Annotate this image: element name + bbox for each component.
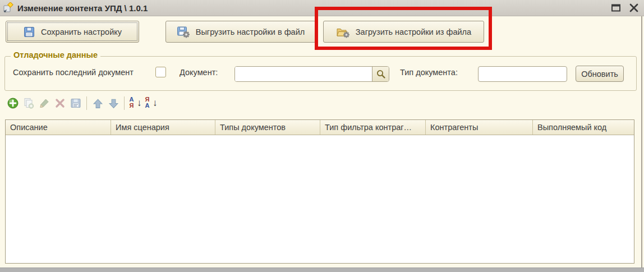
add-icon bbox=[7, 97, 19, 109]
export-settings-button[interactable]: Выгрузить настройки в файл bbox=[165, 21, 316, 43]
import-settings-label: Загрузить настройки из файла bbox=[356, 27, 471, 36]
column-header-description[interactable]: Описание bbox=[6, 120, 111, 135]
table-body-empty[interactable] bbox=[6, 135, 634, 263]
delete-button[interactable] bbox=[53, 96, 67, 110]
save-settings-label: Сохранить настройку bbox=[41, 27, 122, 36]
toolbar-separator bbox=[86, 96, 87, 110]
export-settings-label: Выгрузить настройки в файл bbox=[196, 27, 305, 36]
column-header-executable-code[interactable]: Выполняемый код bbox=[533, 120, 634, 135]
document-type-label: Тип документа: bbox=[400, 68, 458, 77]
maximize-icon bbox=[611, 3, 622, 12]
save-record-icon bbox=[70, 97, 82, 109]
document-label: Документ: bbox=[180, 68, 218, 77]
debug-data-groupbox: Отладочные данные Сохранить последний до… bbox=[4, 56, 637, 91]
close-button[interactable] bbox=[628, 3, 640, 13]
copy-icon bbox=[22, 97, 35, 109]
delete-icon bbox=[54, 97, 66, 109]
save-last-doc-label: Сохранить последний документ bbox=[13, 68, 134, 77]
sort-ascending-icon: А Я ↓ bbox=[128, 96, 142, 110]
save-last-doc-checkbox[interactable] bbox=[155, 67, 166, 77]
toolbar-separator bbox=[124, 96, 125, 110]
window-right-border bbox=[641, 16, 642, 268]
document-type-input[interactable] bbox=[478, 66, 567, 82]
maximize-button[interactable] bbox=[610, 3, 622, 13]
add-button[interactable] bbox=[6, 96, 20, 110]
refresh-button[interactable]: Обновить bbox=[576, 66, 624, 82]
sort-ascending-button[interactable]: А Я ↓ bbox=[128, 96, 142, 110]
sort-descending-icon: Я А ↓ bbox=[144, 96, 158, 110]
title-bar: Изменение контента УПД \ 1.0.1 bbox=[0, 0, 644, 16]
close-icon bbox=[629, 3, 639, 12]
edit-button[interactable] bbox=[37, 96, 52, 110]
copy-button[interactable] bbox=[21, 96, 36, 110]
document-search-button[interactable] bbox=[372, 67, 389, 81]
document-field-group bbox=[234, 66, 389, 82]
bottom-edge bbox=[0, 268, 644, 272]
column-header-counterparty-filter-type[interactable]: Тип фильтра контраг… bbox=[320, 120, 426, 135]
move-up-button[interactable] bbox=[90, 96, 105, 110]
edit-icon bbox=[38, 97, 50, 109]
folder-gear-icon bbox=[336, 26, 350, 38]
save-settings-button[interactable]: Сохранить настройку bbox=[6, 21, 139, 43]
move-down-icon bbox=[108, 98, 119, 109]
window-title: Изменение контента УПД \ 1.0.1 bbox=[17, 3, 148, 13]
save-record-button[interactable] bbox=[68, 96, 83, 110]
column-header-counterparties[interactable]: Контрагенты bbox=[426, 120, 533, 135]
sort-descending-button[interactable]: Я А ↓ bbox=[144, 96, 158, 110]
search-icon bbox=[376, 69, 386, 79]
groupbox-title: Отладочные данные bbox=[11, 50, 100, 59]
form-modified-icon bbox=[3, 2, 14, 13]
column-header-document-types[interactable]: Типы документов bbox=[215, 120, 320, 135]
document-input[interactable] bbox=[235, 67, 372, 81]
floppy-disk-icon bbox=[23, 26, 35, 38]
import-settings-button[interactable]: Загрузить настройки из файла bbox=[323, 21, 484, 43]
list-toolbar: А Я ↓ Я А ↓ bbox=[6, 95, 159, 111]
scenario-table: Описание Имя сценария Типы документов Ти… bbox=[5, 119, 634, 264]
move-up-icon bbox=[92, 98, 104, 109]
floppy-gear-icon bbox=[177, 26, 190, 38]
table-header-row: Описание Имя сценария Типы документов Ти… bbox=[6, 120, 634, 135]
app-window: Изменение контента УПД \ 1.0.1 Сохранить bbox=[0, 0, 644, 272]
move-down-button[interactable] bbox=[106, 96, 121, 110]
column-header-scenario-name[interactable]: Имя сценария bbox=[111, 120, 215, 135]
